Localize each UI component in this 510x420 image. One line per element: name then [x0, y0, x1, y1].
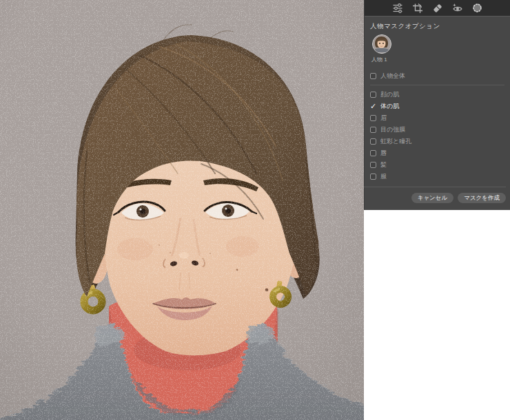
option-lips[interactable]: 唇	[370, 147, 510, 159]
healing-eraser-icon[interactable]	[431, 2, 444, 14]
person-avatar[interactable]	[372, 34, 391, 54]
checkbox-lips[interactable]	[370, 150, 376, 156]
red-eye-icon[interactable]	[451, 2, 464, 14]
masking-icon[interactable]	[471, 2, 484, 14]
checkbox-entire-person[interactable]	[370, 73, 376, 79]
empty-area	[364, 210, 510, 420]
option-eye-sclera[interactable]: 目の強膜	[370, 124, 510, 136]
create-mask-button[interactable]: マスクを作成	[458, 193, 506, 203]
list-divider	[370, 85, 504, 85]
edit-toolbar	[365, 0, 510, 17]
adjust-sliders-icon[interactable]	[391, 2, 404, 14]
option-hair[interactable]: 髪	[370, 159, 510, 171]
portrait-photo	[0, 0, 364, 420]
option-body-skin[interactable]: ✓ 体の肌	[370, 101, 510, 112]
detected-person[interactable]: 人物 1	[365, 34, 510, 63]
mask-options-list: 人物全体 顔の肌 ✓ 体の肌 眉	[365, 70, 510, 182]
person-name: 人物 1	[371, 56, 387, 63]
option-eyebrows[interactable]: 眉	[370, 112, 510, 124]
app-window: 人物マスクオプション 人物 1	[0, 0, 510, 420]
person-mask-options-panel: 人物マスクオプション 人物 1	[364, 0, 510, 210]
checkbox-eyebrows[interactable]	[370, 115, 376, 121]
checkbox-face-skin[interactable]	[370, 92, 376, 98]
checkbox-eye-sclera[interactable]	[370, 127, 376, 133]
crop-rotate-icon[interactable]	[411, 2, 424, 14]
right-column: 人物マスクオプション 人物 1	[364, 0, 510, 420]
panel-footer: キャンセル マスクを作成	[365, 187, 510, 209]
photo-canvas[interactable]	[0, 0, 364, 420]
checkbox-iris-pupil[interactable]	[370, 138, 376, 145]
panel-title: 人物マスクオプション	[365, 21, 510, 31]
checkbox-hair[interactable]	[370, 162, 376, 168]
checkbox-body-skin[interactable]: ✓	[370, 103, 376, 109]
option-iris-pupil[interactable]: 虹彩と瞳孔	[370, 136, 510, 147]
cancel-button[interactable]: キャンセル	[411, 193, 454, 203]
option-face-skin[interactable]: 顔の肌	[370, 89, 510, 101]
option-clothes[interactable]: 服	[370, 171, 510, 182]
option-entire-person[interactable]: 人物全体	[370, 70, 510, 81]
checkbox-clothes[interactable]	[370, 174, 376, 180]
